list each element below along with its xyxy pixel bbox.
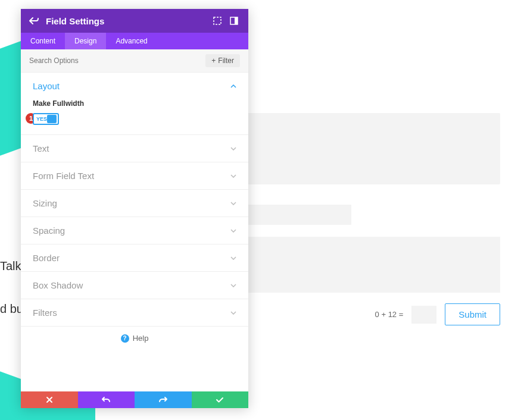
make-fullwidth-label: Make Fullwidth [33, 99, 236, 108]
section-text-label: Text [33, 143, 49, 153]
help-icon: ? [121, 334, 129, 343]
section-spacing-head[interactable]: Spacing [21, 217, 248, 244]
section-text-head[interactable]: Text [21, 135, 248, 162]
section-layout-content: Make Fullwidth 1 YES [21, 99, 248, 134]
section-text: Text [21, 135, 248, 162]
make-fullwidth-toggle[interactable]: YES [33, 113, 59, 125]
expand-icon[interactable] [211, 15, 223, 27]
chevron-down-icon [230, 256, 236, 260]
tab-content[interactable]: Content [21, 33, 65, 49]
chevron-down-icon [230, 174, 236, 178]
section-filters: Filters [21, 299, 248, 327]
plus-icon: + [211, 57, 216, 65]
field-settings-panel: Field Settings Content Design Advanced +… [21, 9, 248, 408]
cancel-button[interactable] [21, 391, 78, 408]
redo-icon [159, 396, 167, 403]
captcha-input[interactable] [411, 306, 436, 324]
chevron-down-icon [230, 284, 236, 287]
help-label: Help [133, 334, 149, 343]
back-icon[interactable] [29, 17, 39, 25]
undo-button[interactable] [78, 391, 135, 408]
section-form-field-text-label: Form Field Text [33, 171, 94, 181]
close-icon [46, 396, 53, 403]
help-row[interactable]: ? Help [21, 327, 248, 350]
section-sizing-head[interactable]: Sizing [21, 190, 248, 217]
section-border: Border [21, 245, 248, 272]
tab-design[interactable]: Design [65, 33, 106, 49]
section-layout-head[interactable]: Layout [21, 73, 248, 99]
panel-tabs: Content Design Advanced [21, 33, 248, 49]
confirm-button[interactable] [192, 391, 249, 408]
section-spacing-label: Spacing [33, 225, 65, 236]
toggle-knob [47, 115, 57, 123]
filter-button[interactable]: + Filter [205, 54, 240, 67]
toggle-text: YES [36, 116, 47, 122]
section-form-field-text-head[interactable]: Form Field Text [21, 162, 248, 189]
filter-label: Filter [218, 57, 234, 65]
chevron-up-icon [230, 84, 236, 88]
svg-rect-2 [235, 17, 238, 24]
panel-body: Layout Make Fullwidth 1 YES Text [21, 73, 248, 391]
chevron-down-icon [230, 147, 236, 151]
search-input[interactable] [29, 57, 205, 65]
submit-button[interactable]: Submit [445, 303, 500, 325]
section-box-shadow-head[interactable]: Box Shadow [21, 272, 248, 299]
section-sizing-label: Sizing [33, 198, 57, 208]
section-box-shadow: Box Shadow [21, 272, 248, 299]
chevron-down-icon [230, 202, 236, 205]
chevron-down-icon [230, 311, 236, 315]
section-layout: Layout Make Fullwidth 1 YES [21, 73, 248, 135]
check-icon [216, 397, 224, 403]
section-form-field-text: Form Field Text [21, 162, 248, 190]
svg-rect-0 [214, 17, 221, 24]
tab-advanced[interactable]: Advanced [106, 33, 157, 49]
dock-icon[interactable] [228, 15, 240, 27]
section-filters-label: Filters [33, 308, 57, 318]
panel-title: Field Settings [46, 16, 207, 26]
redo-button[interactable] [135, 391, 192, 408]
page-text-talk: Talk [0, 259, 21, 273]
chevron-down-icon [230, 229, 236, 233]
undo-icon [102, 396, 110, 403]
section-filters-head[interactable]: Filters [21, 299, 248, 326]
section-layout-label: Layout [33, 81, 60, 91]
section-box-shadow-label: Box Shadow [33, 280, 83, 290]
section-sizing: Sizing [21, 190, 248, 217]
section-border-head[interactable]: Border [21, 245, 248, 271]
panel-header: Field Settings [21, 9, 248, 33]
captcha-label: 0 + 12 = [375, 310, 404, 319]
panel-footer [21, 391, 248, 408]
section-border-label: Border [33, 253, 60, 263]
panel-search-bar: + Filter [21, 49, 248, 73]
section-spacing: Spacing [21, 217, 248, 245]
